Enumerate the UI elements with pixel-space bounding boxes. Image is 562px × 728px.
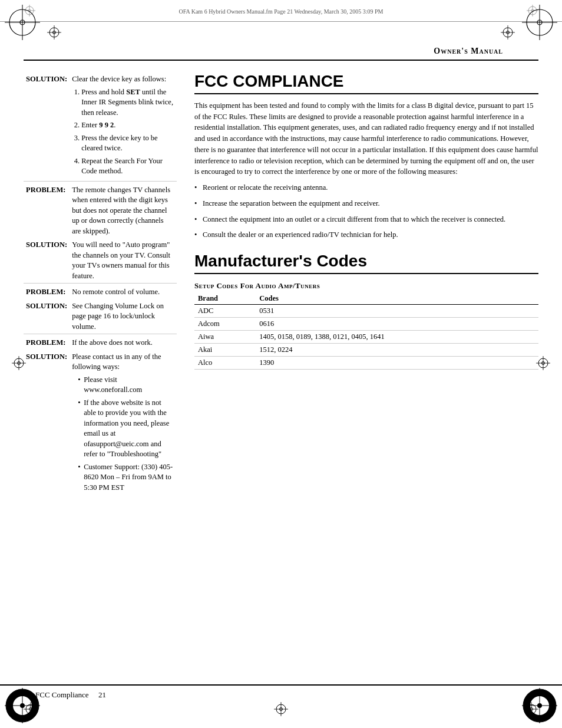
footer-label: FCC Compliance 21 bbox=[35, 690, 106, 700]
content-solution-3: See Changing Volume Lock on page page 16… bbox=[70, 299, 177, 334]
main-content: SOLUTION: Clear the device key as follow… bbox=[0, 61, 562, 509]
inner-crosshair-left-top bbox=[47, 25, 61, 39]
table-row: Aiwa 1405, 0158, 0189, 1388, 0121, 0405,… bbox=[194, 330, 538, 343]
list-item: Enter 9 9 2. bbox=[81, 120, 174, 131]
fcc-body-text: This equipment has been tested and found… bbox=[194, 100, 538, 177]
codes-cell: 0531 bbox=[256, 304, 538, 317]
list-item: Increase the separation between the equi… bbox=[194, 198, 538, 209]
table-header-row: Brand Codes bbox=[194, 293, 538, 305]
codes-subtitle: Setup Codes For Audio Amp/Tuners bbox=[194, 281, 538, 291]
corner-crosshair-tl bbox=[5, 5, 40, 40]
table-row: SOLUTION: Clear the device key as follow… bbox=[24, 73, 177, 181]
corner-crosshair-tr bbox=[522, 5, 557, 40]
fcc-body: This equipment has been tested and found… bbox=[194, 100, 538, 241]
brand-cell: Adcom bbox=[194, 317, 256, 330]
label-solution-4: SOLUTION: bbox=[24, 350, 70, 498]
label-solution-3: SOLUTION: bbox=[24, 299, 70, 334]
list-item: Customer Support: (330) 405-8620 Mon – F… bbox=[78, 462, 174, 493]
fcc-title: FCC COMPLIANCE bbox=[194, 73, 538, 94]
list-item: Connect the equipment into an outlet or … bbox=[194, 214, 538, 225]
codes-cell: 1390 bbox=[256, 356, 538, 369]
table-row: PROBLEM: The remote changes TV channels … bbox=[24, 181, 177, 238]
brand-cell: Alco bbox=[194, 356, 256, 369]
list-item: Repeat the Search For Your Code method. bbox=[81, 156, 174, 177]
table-row: Alco 1390 bbox=[194, 356, 538, 369]
table-row: PROBLEM: No remote control of volume. bbox=[24, 284, 177, 299]
content-solution-4: Please contact us in any of the followin… bbox=[70, 350, 177, 498]
label-problem-1: PROBLEM: bbox=[24, 181, 70, 238]
brand-cell: Akai bbox=[194, 343, 256, 356]
inner-crosshair-right-top bbox=[501, 25, 515, 39]
footer-page-number: 21 bbox=[98, 690, 106, 699]
side-crosshair-right bbox=[536, 356, 550, 373]
fcc-bullets: Reorient or relocate the receiving anten… bbox=[194, 182, 538, 241]
owners-manual-header: Owner's Manual bbox=[24, 41, 538, 61]
table-row: Adcom 0616 bbox=[194, 317, 538, 330]
left-column: SOLUTION: Clear the device key as follow… bbox=[24, 73, 177, 497]
bottom-crosshair-center bbox=[274, 702, 288, 716]
codes-cell: 1405, 0158, 0189, 1388, 0121, 0405, 1641 bbox=[256, 330, 538, 343]
content-problem-2: No remote control of volume. bbox=[70, 284, 177, 299]
table-row: PROBLEM: If the above does not work. bbox=[24, 334, 177, 350]
codes-cell: 0616 bbox=[256, 317, 538, 330]
brand-cell: Aiwa bbox=[194, 330, 256, 343]
manufacturers-codes-section: Manufacturer's Codes Setup Codes For Aud… bbox=[194, 252, 538, 370]
right-column: FCC COMPLIANCE This equipment has been t… bbox=[194, 73, 538, 497]
content-solution-2: You will need to "Auto program" the chan… bbox=[70, 238, 177, 284]
label-problem-2: PROBLEM: bbox=[24, 284, 70, 299]
table-row: SOLUTION: Please contact us in any of th… bbox=[24, 350, 177, 498]
table-row: SOLUTION: See Changing Volume Lock on pa… bbox=[24, 299, 177, 334]
list-item: Please visit www.oneforall.com bbox=[78, 375, 174, 396]
codes-cell: 1512, 0224 bbox=[256, 343, 538, 356]
content-problem-3: If the above does not work. bbox=[70, 334, 177, 350]
label-problem-3: PROBLEM: bbox=[24, 334, 70, 350]
page-footer: FCC Compliance 21 bbox=[0, 684, 562, 704]
list-item: Consult the dealer or an experienced rad… bbox=[194, 229, 538, 241]
bottom-crosshair-right bbox=[524, 702, 538, 716]
footer-label-text: FCC Compliance bbox=[35, 690, 89, 699]
side-crosshair-left bbox=[12, 356, 26, 373]
table-row: Akai 1512, 0224 bbox=[194, 343, 538, 356]
codes-table: Brand Codes ADC 0531 Adcom 0616 bbox=[194, 293, 538, 370]
list-item: Reorient or relocate the receiving anten… bbox=[194, 182, 538, 193]
ps-table: SOLUTION: Clear the device key as follow… bbox=[24, 73, 177, 497]
bottom-crosshairs-row bbox=[0, 702, 562, 716]
brand-cell: ADC bbox=[194, 304, 256, 317]
file-info: OFA Kam 6 Hybrid Owners Manual.fm Page 2… bbox=[178, 8, 383, 15]
table-row: SOLUTION: You will need to "Auto program… bbox=[24, 238, 177, 284]
label-solution-1: SOLUTION: bbox=[24, 73, 70, 181]
content-problem-1: The remote changes TV channels when ente… bbox=[70, 181, 177, 238]
page-header: OFA Kam 6 Hybrid Owners Manual.fm Page 2… bbox=[0, 0, 562, 22]
bottom-crosshair-left bbox=[24, 702, 38, 716]
label-solution-2: SOLUTION: bbox=[24, 238, 70, 284]
col-brand: Brand bbox=[194, 293, 256, 305]
list-item: Press the device key to be cleared twice… bbox=[81, 133, 174, 154]
fcc-section: FCC COMPLIANCE This equipment has been t… bbox=[194, 73, 538, 241]
col-codes: Codes bbox=[256, 293, 538, 305]
mfr-title: Manufacturer's Codes bbox=[194, 252, 538, 274]
owners-manual-title: Owner's Manual bbox=[434, 47, 503, 56]
table-row: ADC 0531 bbox=[194, 304, 538, 317]
content-solution-1: Clear the device key as follows: Press a… bbox=[70, 73, 177, 181]
list-item: If the above website is not able to prov… bbox=[78, 398, 174, 460]
list-item: Press and hold SET until the Inner IR Se… bbox=[81, 87, 174, 118]
